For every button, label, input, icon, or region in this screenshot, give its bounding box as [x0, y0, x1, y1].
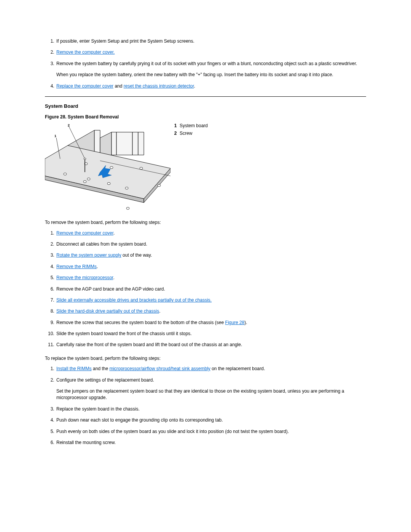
svg-point-14	[84, 158, 86, 160]
list-item: Slide the system board toward the front …	[56, 331, 366, 337]
step-text: out of the way.	[121, 252, 152, 258]
svg-text:1: 1	[54, 134, 56, 138]
install-rimms-link[interactable]: Install the RIMMs	[56, 366, 92, 371]
remove-cover-link[interactable]: Remove the computer cover.	[56, 50, 115, 55]
list-item: Remove the computer cover.	[56, 49, 366, 56]
remove-steps-list: Remove the computer cover. Disconnect al…	[45, 230, 366, 348]
step-note: Set the jumpers on the replacement syste…	[56, 388, 366, 401]
reset-intrusion-link[interactable]: reset the chassis intrusion detector	[124, 83, 194, 89]
step-text: Replace the system board in the chassis.	[56, 406, 140, 412]
step-text: Push evenly on both sides of the system …	[56, 429, 289, 434]
svg-point-3	[125, 187, 128, 189]
step-text: and	[113, 83, 124, 89]
remove-intro: To remove the system board, perform the …	[45, 219, 366, 226]
list-item: Remove the microprocessor.	[56, 275, 366, 281]
list-item: Push down near each slot to engage the g…	[56, 417, 366, 423]
figure-28-link[interactable]: Figure 28	[225, 320, 245, 325]
remove-microprocessor-link[interactable]: Remove the microprocessor	[56, 275, 113, 280]
legend-item: 1 System board	[173, 123, 208, 129]
list-item: Install the RIMMs and the microprocessor…	[56, 366, 366, 372]
remove-rimms-link[interactable]: Remove the RIMMs	[56, 264, 97, 269]
step-text: Reinstall the mounting screw.	[56, 440, 116, 445]
list-item: Rotate the system power supply out of th…	[56, 252, 366, 259]
list-item: Carefully raise the front of the system …	[56, 342, 366, 348]
list-item: Remove the computer cover.	[56, 230, 366, 236]
slide-hdd-link[interactable]: Slide the hard-disk drive partially out …	[56, 308, 159, 314]
svg-point-15	[83, 181, 86, 183]
list-item: Reinstall the mounting screw.	[56, 439, 366, 446]
microprocessor-assembly-link[interactable]: microprocessor/airflow shroud/heat sink …	[109, 366, 210, 371]
remove-cover-link[interactable]: Remove the computer cover	[56, 230, 113, 236]
svg-point-5	[140, 167, 143, 169]
list-item: Remove the RIMMs.	[56, 264, 366, 270]
list-item: Slide all externally accessible drives a…	[56, 297, 366, 304]
step-text: Disconnect all cables from the system bo…	[56, 241, 147, 247]
step-text: and the	[92, 366, 110, 371]
step-text: Configure the settings of the replacemen…	[56, 377, 154, 383]
list-item: If possible, enter System Setup and prin…	[56, 38, 366, 45]
battery-steps-list: If possible, enter System Setup and prin…	[45, 38, 366, 89]
figure-caption: Figure 28. System Board Removal	[45, 114, 366, 120]
legend-number: 2	[173, 130, 178, 137]
svg-point-8	[126, 207, 129, 209]
list-item: Disconnect all cables from the system bo…	[56, 241, 366, 248]
replace-steps-list: Install the RIMMs and the microprocessor…	[45, 366, 366, 446]
svg-point-0	[64, 173, 67, 175]
step-text: ).	[244, 320, 247, 325]
legend-label: Screw	[180, 130, 192, 137]
list-item: Remove the screw that secures the system…	[56, 320, 366, 326]
section-title: System Board	[45, 103, 366, 110]
step-text: .	[113, 230, 115, 236]
replace-intro: To replace the system board, perform the…	[45, 355, 366, 362]
svg-point-4	[158, 184, 161, 187]
svg-text:2: 2	[68, 123, 70, 127]
legend-number: 1	[173, 123, 178, 129]
list-item: Slide the hard-disk drive partially out …	[56, 308, 366, 315]
step-text: Remove the screw that secures the system…	[56, 320, 225, 325]
step-text: Carefully raise the front of the system …	[56, 342, 242, 347]
step-text: .	[159, 308, 160, 314]
list-item: Remove the AGP card brace and the AGP vi…	[56, 286, 366, 292]
step-text: Slide the system board toward the front …	[56, 331, 192, 336]
replace-cover-link[interactable]: Replace the computer cover	[56, 83, 113, 89]
step-text: on the replacement board.	[210, 366, 265, 371]
step-text: Remove the system battery by carefully p…	[56, 61, 357, 66]
rotate-power-supply-link[interactable]: Rotate the system power supply	[56, 252, 121, 258]
step-text: Push down near each slot to engage the g…	[56, 417, 223, 423]
list-item: Remove the system battery by carefully p…	[56, 61, 366, 78]
slide-drives-link[interactable]: Slide all externally accessible drives a…	[56, 297, 212, 303]
legend-label: System board	[180, 123, 208, 129]
figure-row: 1 2 1 System board 2 Screw	[45, 123, 366, 214]
step-text: If possible, enter System Setup and prin…	[56, 38, 194, 44]
svg-point-2	[107, 182, 110, 185]
step-text: .	[97, 264, 98, 269]
svg-point-6	[110, 166, 113, 169]
svg-point-1	[87, 178, 90, 180]
figure-legend: 1 System board 2 Screw	[173, 123, 208, 137]
step-text: Remove the AGP card brace and the AGP vi…	[56, 286, 165, 292]
step-text: .	[113, 275, 114, 280]
list-item: Replace the system board in the chassis.	[56, 406, 366, 412]
step-note: When you replace the system battery, ori…	[56, 72, 366, 78]
list-item: Push evenly on both sides of the system …	[56, 428, 366, 435]
legend-item: 2 Screw	[173, 130, 208, 137]
list-item: Replace the computer cover and reset the…	[56, 83, 366, 89]
system-board-illustration: 1 2	[45, 123, 170, 214]
step-text: .	[194, 83, 195, 89]
list-item: Configure the settings of the replacemen…	[56, 377, 366, 401]
section-divider	[45, 96, 366, 97]
